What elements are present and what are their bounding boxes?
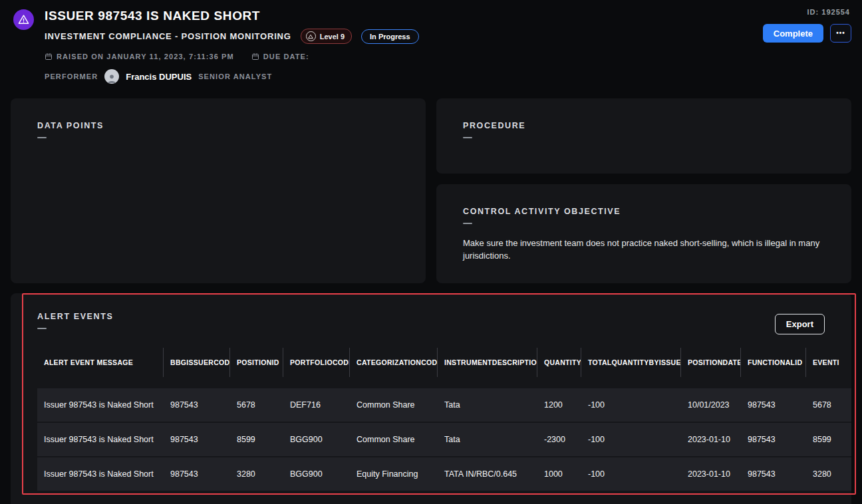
due-date: DUE DATE: xyxy=(251,53,309,61)
table-cell: DEF716 xyxy=(283,388,350,423)
table-cell: -100 xyxy=(581,457,681,492)
column-header: QUANTITY xyxy=(537,348,581,377)
page-header: ID: 192554 Complete ••• ISSUER 987543 IS… xyxy=(0,0,862,90)
table-cell: 5678 xyxy=(806,388,851,423)
table-cell: BGG900 xyxy=(283,457,350,492)
alert-events-header-row: ALERT EVENT MESSAGEBBGISSUERCODEPOSITION… xyxy=(37,348,851,377)
avatar xyxy=(104,69,119,84)
column-header: ALERT EVENT MESSAGE xyxy=(37,348,164,377)
alert-events-table: ALERT EVENT MESSAGEBBGISSUERCODEPOSITION… xyxy=(37,348,851,492)
level-badge-label: Level 9 xyxy=(320,33,345,41)
control-activity-title: CONTROL ACTIVITY OBJECTIVE xyxy=(463,207,825,216)
section-dash xyxy=(463,137,472,138)
table-cell: 10/01/2023 xyxy=(681,388,741,423)
procedure-card: PROCEDURE xyxy=(436,98,851,174)
table-cell: Issuer 987543 is Naked Short xyxy=(37,457,164,492)
table-cell: Equity Financing xyxy=(350,457,438,492)
performer-role: SENIOR ANALYST xyxy=(198,72,272,80)
section-dash xyxy=(463,223,472,224)
table-row: Issuer 987543 is Naked Short9875433280BG… xyxy=(37,457,851,492)
table-cell: TATA IN/RBC/0.645 xyxy=(438,457,537,492)
data-points-title: DATA POINTS xyxy=(37,121,399,130)
table-cell: 1200 xyxy=(537,388,581,423)
table-cell: 5678 xyxy=(230,388,283,423)
level-badge: Level 9 xyxy=(301,29,352,44)
table-cell: 987543 xyxy=(741,423,806,457)
more-options-button[interactable]: ••• xyxy=(830,24,851,43)
alert-triangle-icon xyxy=(13,9,34,30)
raised-on: RAISED ON JANUARY 11, 2023, 7:11:36 PM xyxy=(45,53,234,61)
column-header: TOTALQUANTITYBYISSUER xyxy=(581,348,681,377)
alert-events-card: ALERT EVENTS Export ALERT EVENT MESSAGEB… xyxy=(11,293,851,504)
table-cell: 987543 xyxy=(164,457,230,492)
procedure-title: PROCEDURE xyxy=(463,121,825,130)
table-cell: 2023-01-10 xyxy=(681,457,741,492)
record-id: ID: 192554 xyxy=(807,8,850,16)
performer-name: Francis DUPUIS xyxy=(126,72,192,82)
column-header: POSITIONDATE xyxy=(681,348,741,377)
table-cell: 3280 xyxy=(230,457,283,492)
calendar-icon xyxy=(45,53,53,61)
table-cell: 987543 xyxy=(741,388,806,423)
table-cell: 3280 xyxy=(806,457,851,492)
person-icon xyxy=(106,73,117,84)
table-cell: Common Share xyxy=(350,388,438,423)
calendar-icon xyxy=(251,53,259,61)
table-cell: 987543 xyxy=(164,388,230,423)
control-activity-card: CONTROL ACTIVITY OBJECTIVE Make sure the… xyxy=(436,184,851,283)
section-dash xyxy=(37,328,47,329)
warning-triangle-icon xyxy=(306,31,316,41)
section-dash xyxy=(37,137,47,138)
table-cell: -100 xyxy=(581,423,681,457)
table-cell: -100 xyxy=(581,388,681,423)
column-header: EVENTI xyxy=(806,348,851,377)
table-cell: 8599 xyxy=(230,423,283,457)
alert-events-body: Issuer 987543 is Naked Short9875435678DE… xyxy=(37,377,851,492)
export-button[interactable]: Export xyxy=(775,314,825,334)
table-cell: Issuer 987543 is Naked Short xyxy=(37,423,164,457)
breadcrumb: INVESTMENT COMPLIANCE - POSITION MONITOR… xyxy=(45,31,291,41)
data-points-card: DATA POINTS xyxy=(11,98,426,283)
table-row: Issuer 987543 is Naked Short9875435678DE… xyxy=(37,388,851,423)
performer-label: PERFORMER xyxy=(45,72,98,80)
header-actions: Complete ••• xyxy=(763,24,851,43)
due-date-label: DUE DATE: xyxy=(263,53,309,61)
column-header: CATEGORIZATIONCODE xyxy=(350,348,438,377)
status-badge: In Progress xyxy=(361,29,419,44)
column-header: POSITIONID xyxy=(230,348,283,377)
table-cell: BGG900 xyxy=(283,423,350,457)
ellipsis-icon: ••• xyxy=(836,29,845,37)
main-content: DATA POINTS PROCEDURE CONTROL ACTIVITY O… xyxy=(0,98,862,504)
alert-events-title: ALERT EVENTS xyxy=(37,312,113,321)
table-cell: Issuer 987543 is Naked Short xyxy=(37,388,164,423)
page-title: ISSUER 987543 IS NAKED SHORT xyxy=(45,8,419,24)
table-cell: Tata xyxy=(438,388,537,423)
column-header: INSTRUMENTDESCRIPTION xyxy=(438,348,537,377)
column-header: BBGISSUERCODE xyxy=(164,348,230,377)
complete-button[interactable]: Complete xyxy=(763,24,823,43)
table-row: Issuer 987543 is Naked Short9875438599BG… xyxy=(37,423,851,457)
column-header: PORTFOLIOCODE xyxy=(283,348,350,377)
table-cell: Common Share xyxy=(350,423,438,457)
table-cell: 1000 xyxy=(537,457,581,492)
table-cell: 987543 xyxy=(741,457,806,492)
table-cell: 987543 xyxy=(164,423,230,457)
table-cell: 8599 xyxy=(806,423,851,457)
raised-on-label: RAISED ON JANUARY 11, 2023, 7:11:36 PM xyxy=(57,53,234,61)
column-header: FUNCTIONALID xyxy=(741,348,806,377)
control-activity-body: Make sure the investment team does not p… xyxy=(463,237,825,263)
table-cell: 2023-01-10 xyxy=(681,423,741,457)
table-cell: -2300 xyxy=(537,423,581,457)
table-cell: Tata xyxy=(438,423,537,457)
